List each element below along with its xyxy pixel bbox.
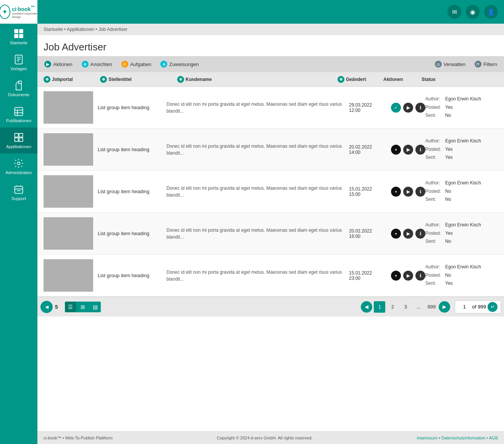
action-play-button-4[interactable]: ▶ <box>403 271 413 281</box>
page-left-controls: ◀ 5 ☰ ⊞ ▤ <box>40 301 101 313</box>
action-dot-icon[interactable]: ● <box>391 187 401 197</box>
action-dot-icon[interactable]: ● <box>391 145 401 155</box>
main-content: ✉ ◉ 👤 Startseite • Applikationen • Job A… <box>37 0 504 444</box>
filtern-button[interactable]: ⟳ Filtern <box>471 58 501 70</box>
svg-rect-0 <box>14 29 18 33</box>
verwalten-button[interactable]: ◎ Verwalten <box>431 58 469 70</box>
aufgaben-button[interactable]: ⊘ Aufgaben <box>118 58 155 70</box>
th-kundename-label: Kundename <box>186 77 212 82</box>
th-jobportal[interactable]: ⊕ Jobportal <box>44 76 97 83</box>
view-list-button[interactable]: ☰ <box>65 302 76 312</box>
email-icon[interactable]: ✉ <box>447 5 461 19</box>
page-last[interactable]: 999 <box>426 301 437 313</box>
action-info-button-1[interactable]: ℹ <box>415 145 425 155</box>
breadcrumb-current: Job Advertiser <box>99 27 128 32</box>
sidebar-item-support[interactable]: Support <box>0 179 37 205</box>
breadcrumb-applikationen[interactable]: Applikationen <box>67 27 94 32</box>
item-desc-2: Donec id elit non mi porta gravida at eg… <box>166 185 349 199</box>
agb-link[interactable]: AGB <box>489 436 498 440</box>
posted-val-4: No <box>445 271 451 280</box>
item-image-3 <box>44 217 93 250</box>
action-check-icon[interactable]: ✓ <box>391 103 401 113</box>
page-1[interactable]: 1 <box>374 301 385 313</box>
action-dot-icon[interactable]: ● <box>391 229 401 239</box>
item-title-4: List group item heading <box>98 273 166 278</box>
th-aktionen: Aktionen <box>383 77 422 82</box>
posted-label-0: Posted: <box>425 103 444 112</box>
action-play-button-2[interactable]: ▶ <box>403 187 413 197</box>
item-status-1: Author: Egon Erwin Kisch Posted: Yes Sen… <box>425 137 498 162</box>
th-geaendert[interactable]: ⊕ Geändert <box>338 76 383 83</box>
sidebar-item-administration[interactable]: Administration <box>0 153 37 179</box>
aufgaben-label: Aufgaben <box>130 61 152 67</box>
notification-icon[interactable]: ◉ <box>466 5 480 19</box>
th-kundename-icon: ⊕ <box>177 76 184 83</box>
sidebar-item-vorlagen[interactable]: Vorlagen <box>0 50 37 76</box>
ansichten-button[interactable]: ⊕ Ansichten <box>78 58 116 70</box>
item-title-1: List group item heading <box>98 147 166 152</box>
posted-val-2: No <box>445 187 451 196</box>
aktionen-button[interactable]: ▶ Aktionen <box>40 58 76 70</box>
item-title-0: List group item heading <box>98 105 166 110</box>
ansichten-icon: ⊕ <box>82 61 89 68</box>
th-jobportal-icon: ⊕ <box>44 76 50 83</box>
sent-label-3: Sent: <box>425 237 444 246</box>
page-3[interactable]: 3 <box>400 301 411 313</box>
sidebar-item-applikationen[interactable]: Applikationen <box>0 128 37 153</box>
th-kundename[interactable]: ⊕ Kundename <box>177 76 338 83</box>
user-icon[interactable]: 👤 <box>484 5 498 19</box>
table-row: List group item heading Donec id elit no… <box>37 87 504 129</box>
sidebar-icon-support <box>13 184 24 195</box>
view-grid-button[interactable]: ⊞ <box>78 302 88 312</box>
posted-label-4: Posted: <box>425 271 444 280</box>
posted-label-2: Posted: <box>425 187 444 196</box>
zuweisungen-button[interactable]: ⊕ Zuweisungen <box>157 58 202 70</box>
action-info-button-0[interactable]: ℹ <box>415 103 425 113</box>
impressum-link[interactable]: Impressum <box>417 436 437 440</box>
svg-point-16 <box>18 162 20 165</box>
sidebar-item-dokumente[interactable]: Dokumente <box>0 76 37 102</box>
sidebar-label-dokumente: Dokumente <box>8 92 29 97</box>
author-label-3: Author: <box>425 221 444 229</box>
item-actions-3: ● ▶ ℹ <box>391 229 425 239</box>
action-dot-icon[interactable]: ● <box>391 271 401 281</box>
next-page-button[interactable]: ▶ <box>439 301 450 313</box>
svg-rect-1 <box>19 29 23 33</box>
item-date-2: 15.01.202215:00 <box>349 186 391 197</box>
sent-label-2: Sent: <box>425 195 444 204</box>
page-go-button[interactable]: ↵ <box>488 302 498 312</box>
page-input[interactable] <box>458 304 470 310</box>
author-val-4: Egon Erwin Kisch <box>445 263 481 271</box>
sidebar-item-startseite[interactable]: Startseite <box>0 24 37 50</box>
page-2[interactable]: 2 <box>387 301 398 313</box>
page-input-area: of 999 ↵ <box>455 300 501 313</box>
posted-label-3: Posted: <box>425 229 444 238</box>
back-button[interactable]: ◀ <box>40 301 53 313</box>
view-compact-button[interactable]: ▤ <box>90 302 101 312</box>
author-label-0: Author: <box>425 95 444 103</box>
view-toggle-group: ☰ ⊞ ▤ <box>65 302 101 312</box>
breadcrumb: Startseite • Applikationen • Job Adverti… <box>37 24 504 35</box>
item-actions-4: ● ▶ ℹ <box>391 271 425 281</box>
item-actions-2: ● ▶ ℹ <box>391 187 425 197</box>
sidebar-item-publikationen[interactable]: Publikationen <box>0 102 37 128</box>
sidebar-icon-vorlagen <box>13 54 24 65</box>
item-title-3: List group item heading <box>98 231 166 236</box>
action-info-button-2[interactable]: ℹ <box>415 187 425 197</box>
action-play-button-0[interactable]: ▶ <box>403 103 413 113</box>
sent-val-2: No <box>445 195 451 204</box>
prev-page-button[interactable]: ◀ <box>361 301 372 313</box>
breadcrumb-startseite[interactable]: Startseite <box>44 27 63 32</box>
action-info-button-4[interactable]: ℹ <box>415 271 425 281</box>
logo[interactable]: ✦ ci·book™ constant corporate design <box>0 0 37 24</box>
th-jobportal-label: Jobportal <box>52 77 73 82</box>
action-play-button-3[interactable]: ▶ <box>403 229 413 239</box>
th-stellentitel[interactable]: ⊕ Stellentitel <box>97 76 177 83</box>
item-status-3: Author: Egon Erwin Kisch Posted: Yes Sen… <box>425 221 498 246</box>
datenschutz-link[interactable]: Datenschutzinformation <box>441 436 486 440</box>
th-aktionen-label: Aktionen <box>383 77 403 82</box>
item-date-4: 15.01.202223:00 <box>349 270 391 281</box>
action-info-button-3[interactable]: ℹ <box>415 229 425 239</box>
breadcrumb-sep2: • <box>95 27 99 32</box>
action-play-button-1[interactable]: ▶ <box>403 145 413 155</box>
